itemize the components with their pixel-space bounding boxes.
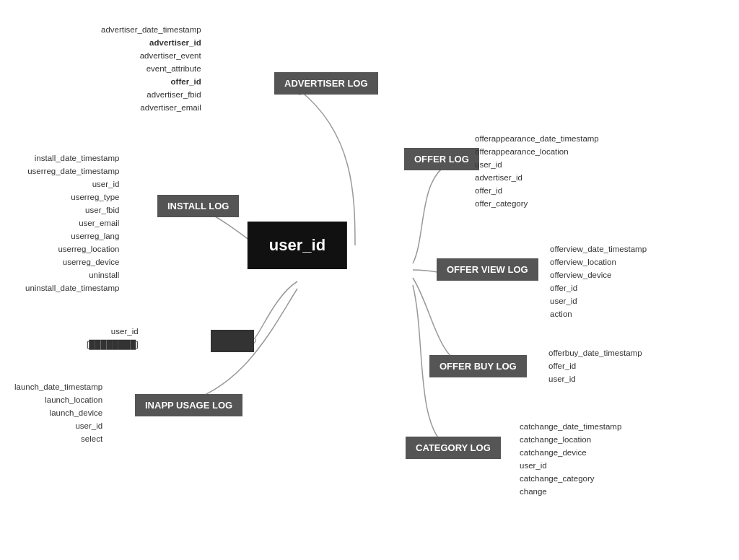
field-item: offer_id <box>475 184 599 197</box>
field-item: offer_id <box>548 359 642 372</box>
field-item: user_id <box>25 178 119 191</box>
field-item: launch_device <box>14 406 102 419</box>
field-item: offerview_location <box>550 255 647 268</box>
offer-log-label: OFFER LOG <box>414 154 469 165</box>
field-item: catchange_location <box>520 433 621 446</box>
diagram: user_id ADVERTISER LOG advertiser_date_t… <box>0 0 739 560</box>
field-item: user_id <box>87 325 139 338</box>
field-item: offerview_date_timestamp <box>550 242 647 255</box>
field-item: advertiser_fbid <box>101 88 201 101</box>
category-log-label: CATEGORY LOG <box>416 442 491 453</box>
field-item: advertiser_id <box>101 36 201 49</box>
field-item: userreg_location <box>25 242 119 255</box>
offer-buy-log-fields: offerbuy_date_timestamp offer_id user_id <box>548 346 642 385</box>
advertiser-log-fields: advertiser_date_timestamp advertiser_id … <box>101 23 201 114</box>
field-item: advertiser_email <box>101 101 201 114</box>
field-item: offer_id <box>101 75 201 88</box>
field-item: user_email <box>25 216 119 229</box>
center-node[interactable]: user_id <box>248 222 347 269</box>
advertiser-log-label: ADVERTISER LOG <box>284 78 368 89</box>
field-item: offer_category <box>475 197 599 210</box>
category-log-fields: catchange_date_timestamp catchange_locat… <box>520 420 621 498</box>
inapp-usage-log-fields: launch_date_timestamp launch_location la… <box>14 380 102 445</box>
inapp-usage-log-node[interactable]: INAPP USAGE LOG <box>135 394 242 416</box>
field-item: launch_date_timestamp <box>14 380 102 393</box>
advertiser-log-node[interactable]: ADVERTISER LOG <box>274 72 378 95</box>
offer-buy-log-label: OFFER BUY LOG <box>440 361 517 372</box>
field-item: user_id <box>548 372 642 385</box>
offer-log-fields: offerappearance_date_timestamp offerappe… <box>475 132 599 210</box>
field-item: uninstall_date_timestamp <box>25 281 119 294</box>
offer-view-log-node[interactable]: OFFER VIEW LOG <box>437 258 538 281</box>
field-item: advertiser_event <box>101 49 201 62</box>
field-item: [████████] <box>87 338 139 351</box>
offer-view-log-fields: offerview_date_timestamp offerview_locat… <box>550 242 647 320</box>
install-log-fields: install_date_timestamp userreg_date_time… <box>25 152 119 294</box>
unknown-log-fields: user_id [████████] <box>87 325 139 351</box>
field-item: user_id <box>14 419 102 432</box>
field-item: offer_id <box>550 281 647 294</box>
center-node-label: user_id <box>269 236 325 254</box>
field-item: event_attribute <box>101 62 201 75</box>
offer-view-log-label: OFFER VIEW LOG <box>447 264 528 275</box>
field-item: user_id <box>520 459 621 472</box>
field-item: launch_location <box>14 393 102 406</box>
field-item: change <box>520 485 621 498</box>
field-item: user_id <box>475 158 599 171</box>
field-item: advertiser_id <box>475 171 599 184</box>
field-item: userreg_lang <box>25 229 119 242</box>
field-item: catchange_category <box>520 472 621 485</box>
field-item: userreg_type <box>25 191 119 204</box>
field-item: select <box>14 432 102 445</box>
unknown-log-label <box>221 336 242 346</box>
field-item: user_fbid <box>25 204 119 216</box>
offer-buy-log-node[interactable]: OFFER BUY LOG <box>429 355 527 377</box>
field-item: offerappearance_date_timestamp <box>475 132 599 145</box>
field-item: userreg_date_timestamp <box>25 165 119 178</box>
inapp-usage-log-label: INAPP USAGE LOG <box>145 400 232 411</box>
field-item: catchange_date_timestamp <box>520 420 621 433</box>
category-log-node[interactable]: CATEGORY LOG <box>406 437 501 459</box>
field-item: install_date_timestamp <box>25 152 119 165</box>
field-item: user_id <box>550 294 647 307</box>
install-log-node[interactable]: INSTALL LOG <box>157 195 239 217</box>
field-item: offerbuy_date_timestamp <box>548 346 642 359</box>
unknown-log-node[interactable] <box>211 330 254 352</box>
field-item: action <box>550 307 647 320</box>
offer-log-node[interactable]: OFFER LOG <box>404 148 479 170</box>
field-item: uninstall <box>25 268 119 281</box>
field-item: offerappearance_location <box>475 145 599 158</box>
field-item: advertiser_date_timestamp <box>101 23 201 36</box>
field-item: offerview_device <box>550 268 647 281</box>
install-log-label: INSTALL LOG <box>167 201 229 211</box>
field-item: userreg_device <box>25 255 119 268</box>
field-item: catchange_device <box>520 446 621 459</box>
